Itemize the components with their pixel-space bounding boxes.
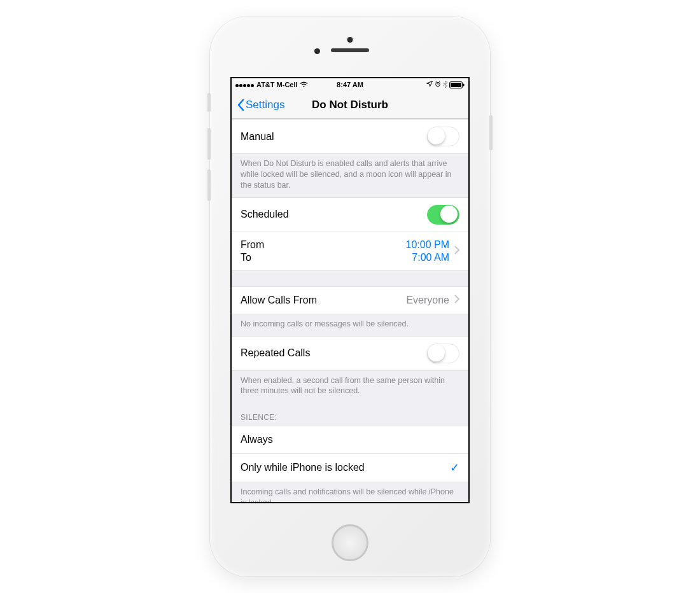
chevron-right-icon xyxy=(454,295,459,306)
bluetooth-icon xyxy=(443,81,447,89)
carrier-label: AT&T M-Cell xyxy=(256,81,298,88)
mute-switch xyxy=(207,93,211,112)
alarm-icon xyxy=(435,81,441,88)
front-camera xyxy=(347,37,353,43)
back-button[interactable]: Settings xyxy=(237,99,284,111)
scheduled-row[interactable]: Scheduled xyxy=(232,197,468,232)
chevron-right-icon xyxy=(454,246,459,256)
allow-calls-label: Allow Calls From xyxy=(241,295,317,306)
wifi-icon xyxy=(300,81,308,88)
status-time: 8:47 AM xyxy=(337,81,363,88)
nav-bar: Settings Do Not Disturb xyxy=(232,91,468,119)
repeated-calls-toggle[interactable] xyxy=(427,344,459,363)
manual-toggle[interactable] xyxy=(427,127,459,146)
ear-speaker xyxy=(331,48,369,52)
repeated-calls-label: Repeated Calls xyxy=(241,347,310,359)
volume-down-button xyxy=(207,169,211,201)
schedule-time-row[interactable]: From To 10:00 PM 7:00 AM xyxy=(232,232,468,271)
scheduled-label: Scheduled xyxy=(241,209,289,220)
manual-footer: When Do Not Disturb is enabled calls and… xyxy=(232,154,468,197)
manual-row[interactable]: Manual xyxy=(232,119,468,154)
manual-label: Manual xyxy=(241,131,274,143)
allow-calls-footer: No incoming calls or messages will be si… xyxy=(232,314,468,336)
silence-option-always[interactable]: Always xyxy=(232,426,468,454)
status-bar: AT&T M-Cell 8:47 AM xyxy=(232,78,468,91)
screen: AT&T M-Cell 8:47 AM xyxy=(230,77,470,503)
battery-icon xyxy=(449,81,465,88)
signal-dots-icon xyxy=(235,81,255,88)
phone-frame: AT&T M-Cell 8:47 AM xyxy=(210,17,490,576)
silence-footer: Incoming calls and notifications will be… xyxy=(232,482,468,502)
silence-option-label: Only while iPhone is locked xyxy=(241,462,365,473)
home-button[interactable] xyxy=(332,524,368,561)
allow-calls-row[interactable]: Allow Calls From Everyone xyxy=(232,286,468,314)
silence-header: Silence: xyxy=(232,403,468,426)
repeated-calls-footer: When enabled, a second call from the sam… xyxy=(232,371,468,403)
checkmark-icon: ✓ xyxy=(450,461,459,475)
volume-up-button xyxy=(207,128,211,160)
settings-content[interactable]: Manual When Do Not Disturb is enabled ca… xyxy=(232,119,468,502)
page-title: Do Not Disturb xyxy=(312,99,388,111)
svg-rect-2 xyxy=(451,83,461,87)
allow-calls-value: Everyone xyxy=(406,295,449,306)
svg-rect-3 xyxy=(463,83,465,86)
silence-option-label: Always xyxy=(241,434,273,445)
repeated-calls-row[interactable]: Repeated Calls xyxy=(232,336,468,371)
silence-option-locked[interactable]: Only while iPhone is locked ✓ xyxy=(232,454,468,482)
scheduled-toggle[interactable] xyxy=(427,205,459,225)
to-value: 7:00 AM xyxy=(412,252,449,263)
location-icon xyxy=(426,81,433,88)
back-label: Settings xyxy=(246,99,284,111)
to-label: To xyxy=(241,252,264,263)
chevron-left-icon xyxy=(237,99,244,111)
from-value: 10:00 PM xyxy=(406,239,449,251)
power-button xyxy=(489,115,493,150)
from-label: From xyxy=(241,239,264,251)
proximity-sensor xyxy=(314,48,320,54)
